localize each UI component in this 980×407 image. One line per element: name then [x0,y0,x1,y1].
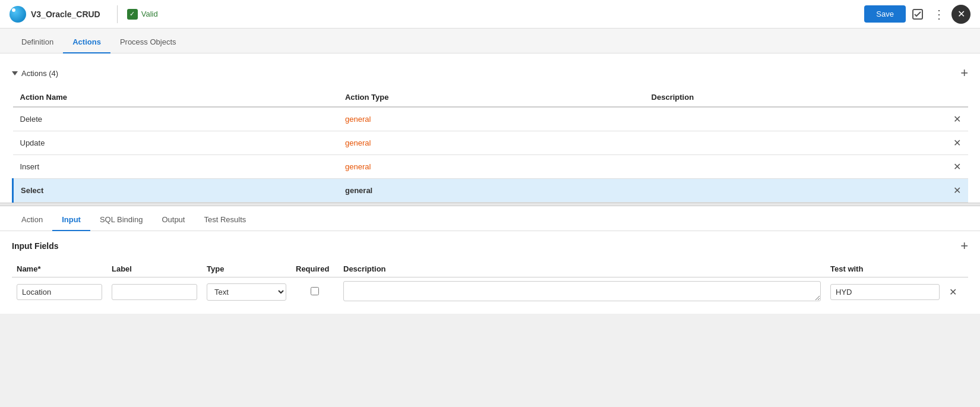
col-required-header: Required [291,261,339,277]
input-fields-title: Input Fields [12,241,59,251]
col-testwith-header: Test with [826,261,944,277]
table-row[interactable]: Delete general ✕ [13,107,969,131]
save-button[interactable]: Save [864,5,906,23]
tab-test-results[interactable]: Test Results [194,209,255,231]
more-options-button[interactable]: ⋮ [930,4,949,25]
action-name-cell: Insert [13,155,338,179]
col-type-header: Type [202,261,291,277]
action-delete-cell: ✕ [944,155,968,179]
action-name-cell: Update [13,131,338,155]
action-description-cell-selected [644,179,944,203]
header: V3_Oracle_CRUD ✓ Valid Save ⋮ ✕ [0,0,980,29]
table-row-selected[interactable]: Select general ✕ [13,179,969,203]
actions-section-header: Actions (4) + [12,61,968,86]
field-type-select[interactable]: Text Number Boolean Date DateTime [207,283,286,301]
action-description-cell [644,107,944,131]
valid-badge: ✓ Valid [127,9,158,20]
input-fields-header: Input Fields + [12,238,968,254]
action-type-cell: general [338,155,644,179]
delete-row-button[interactable]: ✕ [953,137,961,149]
action-description-cell [644,131,944,155]
action-delete-cell: ✕ [944,131,968,155]
tab-actions[interactable]: Actions [63,31,110,53]
field-testwith-input[interactable] [830,284,940,300]
tab-process-objects[interactable]: Process Objects [110,31,186,53]
valid-icon: ✓ [127,9,138,20]
action-delete-cell: ✕ [944,107,968,131]
col-action-name: Action Name [13,88,338,107]
input-fields-section: Input Fields + Name* Label Type Required [0,231,980,314]
table-row[interactable]: Update general ✕ [13,131,969,155]
add-action-button[interactable]: + [960,65,968,81]
action-name-cell-selected: Select [13,179,338,203]
action-delete-cell: ✕ [944,179,968,203]
main-tabs-bar: Definition Actions Process Objects [0,29,980,53]
col-action-header [944,261,968,277]
tab-action[interactable]: Action [12,209,52,231]
tab-input[interactable]: Input [52,209,90,231]
field-name-input[interactable] [17,284,102,300]
delete-field-button[interactable]: ✕ [949,286,957,298]
action-name-cell: Delete [13,107,338,131]
valid-label: Valid [141,10,158,18]
actions-section: Actions (4) + Action Name Action Type De… [0,53,980,203]
delete-row-button[interactable]: ✕ [953,185,961,196]
app-logo: V3_Oracle_CRUD [10,6,100,23]
close-button[interactable]: ✕ [951,5,970,24]
field-label-input[interactable] [112,284,197,300]
table-row[interactable]: Insert general ✕ [13,155,969,179]
tab-output[interactable]: Output [152,209,194,231]
field-name-cell [12,277,107,307]
delete-row-button[interactable]: ✕ [953,161,961,172]
col-label-header: Label [107,261,202,277]
col-action-type: Action Type [338,88,644,107]
action-type-cell: general [338,131,644,155]
add-input-field-button[interactable]: + [960,238,968,254]
field-required-cell [291,277,339,307]
field-description-input[interactable] [343,281,821,301]
tab-definition[interactable]: Definition [12,31,63,53]
field-testwith-cell [826,277,944,307]
collapse-icon[interactable] [12,71,18,75]
actions-title: Actions (4) [12,69,58,78]
bottom-panel: Action Input SQL Binding Output Test Res… [0,206,980,314]
actions-table: Action Name Action Type Description Dele… [12,88,968,203]
field-label-cell [107,277,202,307]
col-name-header: Name* [12,261,107,277]
delete-row-button[interactable]: ✕ [953,113,961,125]
action-type-cell: general [338,107,644,131]
action-description-cell [644,155,944,179]
tab-sql-binding[interactable]: SQL Binding [90,209,153,231]
field-delete-cell: ✕ [944,277,968,307]
header-divider [117,5,118,23]
field-required-checkbox[interactable] [311,287,319,295]
bottom-tabs-bar: Action Input SQL Binding Output Test Res… [0,206,980,231]
logo-icon [10,6,26,23]
checkmark-button[interactable] [908,5,927,24]
col-description-header: Description [339,261,826,277]
app-title: V3_Oracle_CRUD [31,10,100,19]
col-description: Description [644,88,944,107]
actions-title-label: Actions (4) [21,69,58,78]
input-field-row: Text Number Boolean Date DateTime [12,277,968,307]
action-type-cell-selected: general [338,179,644,203]
input-fields-table: Name* Label Type Required Description [12,261,968,307]
field-type-cell: Text Number Boolean Date DateTime [202,277,291,307]
field-description-cell [339,277,826,307]
